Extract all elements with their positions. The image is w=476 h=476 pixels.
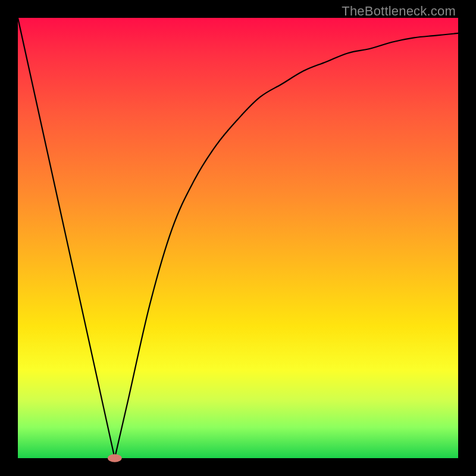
chart-frame: TheBottleneck.com [0,0,476,476]
minimum-marker [108,454,122,462]
plot-area [18,18,458,458]
data-curve [18,18,458,458]
curve-svg [18,18,458,458]
watermark-label: TheBottleneck.com [342,4,456,19]
